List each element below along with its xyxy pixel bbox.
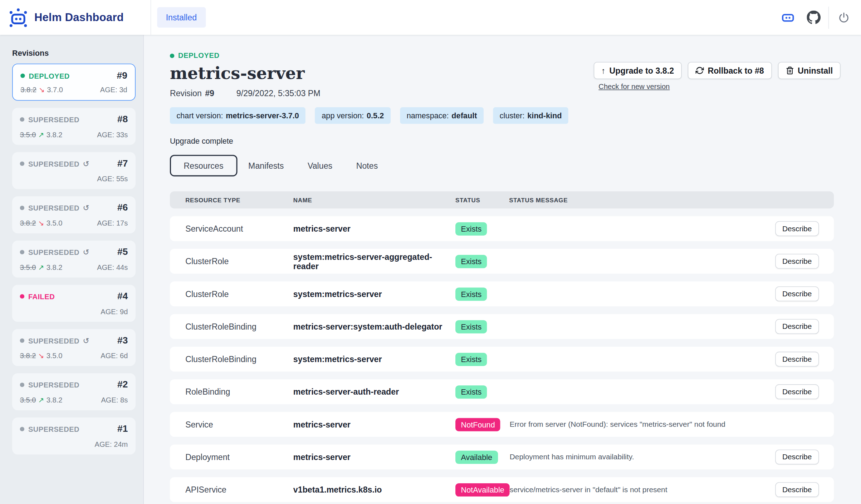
column-resource-type: RESOURCE TYPE <box>185 197 293 203</box>
revision-card-5[interactable]: SUPERSEDED ↺ #5 3.5.0 ↗ 3.8.2 AGE: 44s <box>12 241 136 278</box>
table-row: ClusterRole system:metrics-server Exists… <box>170 281 834 306</box>
status-message: Error from server (NotFound): services "… <box>509 420 819 429</box>
revision-status: SUPERSEDED <box>28 248 79 256</box>
namespace-badge: namespace:default <box>400 107 484 124</box>
rotate-ccw-icon <box>695 66 704 75</box>
uninstall-button[interactable]: Uninstall <box>778 62 840 79</box>
status-badge: Exists <box>455 287 487 301</box>
table-header: RESOURCE TYPE NAME STATUS STATUS MESSAGE <box>170 191 834 208</box>
revision-card-2[interactable]: SUPERSEDED #2 3.5.0 ↗ 3.8.2 AGE: 8s <box>12 373 136 410</box>
table-row: ServiceAccount metrics-server Exists Des… <box>170 216 834 241</box>
status-dot <box>20 250 24 254</box>
rollback-button[interactable]: Rollback to #8 <box>688 62 772 79</box>
describe-button[interactable]: Describe <box>775 482 819 497</box>
revision-number: #7 <box>117 158 128 169</box>
tab-resources[interactable]: Resources <box>170 155 237 176</box>
revision-age: AGE: 44s <box>97 263 128 271</box>
tab-notes[interactable]: Notes <box>356 156 378 175</box>
column-status: STATUS <box>455 197 509 203</box>
old-version: 3.8.2 <box>20 352 36 360</box>
describe-button[interactable]: Describe <box>775 221 819 236</box>
chart-version-badge: chart version:metrics-server-3.7.0 <box>170 107 306 124</box>
revision-card-7[interactable]: SUPERSEDED ↺ #7 AGE: 55s <box>12 152 136 189</box>
status-badge: Exists <box>455 352 487 366</box>
status-badge: Exists <box>455 320 487 333</box>
resource-type: ClusterRole <box>185 289 293 298</box>
new-version: 3.7.0 <box>47 86 63 94</box>
revision-number: #5 <box>117 247 128 258</box>
new-version: 3.8.2 <box>47 396 63 404</box>
revision-age: AGE: 55s <box>97 175 128 183</box>
robot-icon[interactable] <box>778 8 797 27</box>
revision-age: AGE: 17s <box>97 219 128 227</box>
describe-button[interactable]: Describe <box>775 254 819 269</box>
revision-card-3[interactable]: SUPERSEDED ↺ #3 3.8.2 ↘ 3.5.0 AGE: 6d <box>12 329 136 366</box>
status-badge: Available <box>455 450 498 464</box>
revision-age: AGE: 8s <box>101 396 128 404</box>
resource-type: RoleBinding <box>185 387 293 396</box>
revision-card-4[interactable]: FAILED #4 AGE: 9d <box>12 285 136 322</box>
resource-type: Service <box>185 420 293 429</box>
old-version: 3.5.0 <box>20 263 36 271</box>
status-message: Deployment has minimum availability. <box>509 453 775 461</box>
power-icon[interactable] <box>835 8 853 27</box>
github-icon[interactable] <box>804 8 823 27</box>
reload-icon: ↺ <box>83 204 89 212</box>
describe-button[interactable]: Describe <box>775 286 819 301</box>
upgrade-arrow-icon: ↗ <box>38 130 44 139</box>
tab-manifests[interactable]: Manifests <box>248 156 284 175</box>
check-new-version-link[interactable]: Check for new version <box>598 82 670 90</box>
revision-age: AGE: 6d <box>101 352 128 360</box>
describe-button[interactable]: Describe <box>775 384 819 399</box>
revision-card-1[interactable]: SUPERSEDED #1 AGE: 24m <box>12 417 136 455</box>
describe-button[interactable]: Describe <box>775 352 819 367</box>
trash-icon <box>786 66 794 75</box>
status-dot <box>20 206 24 210</box>
revision-status: DEPLOYED <box>29 71 69 80</box>
downgrade-arrow-icon: ↘ <box>39 86 45 94</box>
table-row: ClusterRoleBinding system:metrics-server… <box>170 347 834 372</box>
status-badge: NotAvailable <box>455 483 510 496</box>
table-row: Service metrics-server NotFound Error fr… <box>170 412 834 437</box>
main-content: DEPLOYED metrics-server Revision #9 9/29… <box>144 35 861 504</box>
status-badge: Exists <box>455 385 487 398</box>
topbar-divider <box>150 0 151 35</box>
revision-card-9[interactable]: DEPLOYED #9 3.8.2 ↘ 3.7.0 AGE: 3d <box>12 64 136 101</box>
resource-type: ClusterRole <box>185 257 293 266</box>
new-version: 3.8.2 <box>47 130 63 139</box>
tab-values[interactable]: Values <box>308 156 332 175</box>
reload-icon: ↺ <box>83 248 89 256</box>
revision-card-8[interactable]: SUPERSEDED #8 3.5.0 ↗ 3.8.2 AGE: 33s <box>12 108 136 145</box>
status-dot <box>20 382 24 387</box>
table-row: ClusterRole system:metrics-server-aggreg… <box>170 249 834 274</box>
resource-name: metrics-server <box>293 224 455 233</box>
status-badge: NotFound <box>455 418 500 431</box>
old-version: 3.8.2 <box>20 219 36 227</box>
status-dot <box>20 427 24 431</box>
revision-age: AGE: 33s <box>97 130 128 139</box>
describe-button[interactable]: Describe <box>775 319 819 334</box>
resource-name: metrics-server-auth-reader <box>293 387 455 396</box>
resource-name: metrics-server <box>293 420 455 429</box>
revision-number: #8 <box>117 114 128 125</box>
revision-card-6[interactable]: SUPERSEDED ↺ #6 3.8.2 ↘ 3.5.0 AGE: 17s <box>12 196 136 233</box>
status-message: service/metrics-server in "default" is n… <box>509 485 775 494</box>
tab-installed[interactable]: Installed <box>157 7 206 28</box>
resource-type: Deployment <box>185 452 293 461</box>
revision-status: SUPERSEDED <box>28 381 79 389</box>
app-version-badge: app version:0.5.2 <box>315 107 391 124</box>
new-version: 3.5.0 <box>47 352 63 360</box>
column-name: NAME <box>293 197 455 203</box>
revision-status: SUPERSEDED <box>28 336 79 345</box>
resources-table: RESOURCE TYPE NAME STATUS STATUS MESSAGE… <box>170 191 834 502</box>
revision-age: AGE: 9d <box>101 307 128 316</box>
release-timestamp: 9/29/2022, 5:35:03 PM <box>236 89 321 98</box>
cluster-badge: cluster:kind-kind <box>493 107 568 124</box>
upgrade-button[interactable]: ↑ Upgrade to 3.8.2 <box>593 62 681 79</box>
status-dot <box>20 339 24 343</box>
describe-button[interactable]: Describe <box>775 450 819 465</box>
status-dot <box>20 74 25 78</box>
resource-name: system:metrics-server <box>293 289 455 298</box>
resource-name: metrics-server:system:auth-delegator <box>293 322 455 331</box>
topbar-icon-divider <box>828 6 829 29</box>
